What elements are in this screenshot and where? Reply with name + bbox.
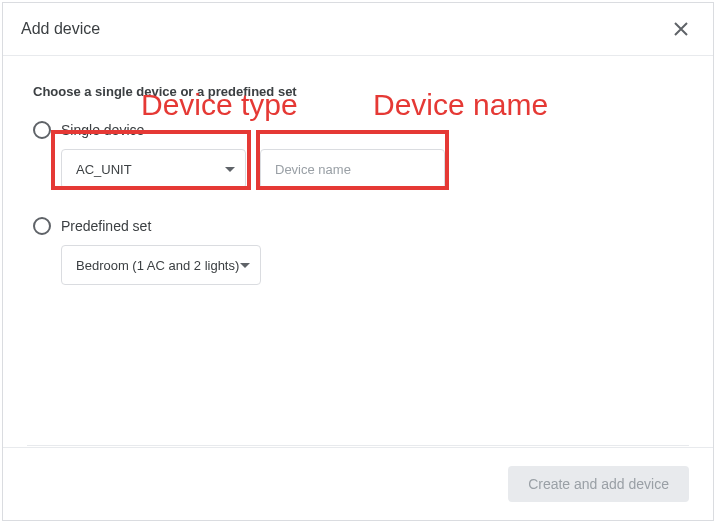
footer-divider [27, 445, 689, 446]
single-device-fields: AC_UNIT [61, 149, 683, 189]
dialog-content: Choose a single device or a predefined s… [3, 56, 713, 285]
close-button[interactable] [667, 15, 695, 43]
predefined-set-fields: Bedroom (1 AC and 2 lights) [61, 245, 683, 285]
device-name-input[interactable] [260, 149, 445, 189]
predefined-set-label: Predefined set [61, 218, 151, 234]
dialog-header: Add device [3, 3, 713, 56]
chevron-down-icon [225, 167, 235, 172]
device-type-value: AC_UNIT [76, 162, 132, 177]
content-subtitle: Choose a single device or a predefined s… [33, 84, 683, 99]
create-and-add-button[interactable]: Create and add device [508, 466, 689, 502]
predefined-set-select[interactable]: Bedroom (1 AC and 2 lights) [61, 245, 261, 285]
predefined-set-value: Bedroom (1 AC and 2 lights) [76, 258, 239, 273]
single-device-option[interactable]: Single device [33, 121, 683, 139]
chevron-down-icon [240, 263, 250, 268]
add-device-dialog: Add device Choose a single device or a p… [2, 2, 714, 521]
device-type-select[interactable]: AC_UNIT [61, 149, 246, 189]
single-device-radio[interactable] [33, 121, 51, 139]
single-device-label: Single device [61, 122, 144, 138]
close-icon [674, 22, 688, 36]
predefined-set-option[interactable]: Predefined set [33, 217, 683, 235]
dialog-title: Add device [21, 20, 100, 38]
dialog-footer: Create and add device [3, 447, 713, 520]
predefined-set-radio[interactable] [33, 217, 51, 235]
